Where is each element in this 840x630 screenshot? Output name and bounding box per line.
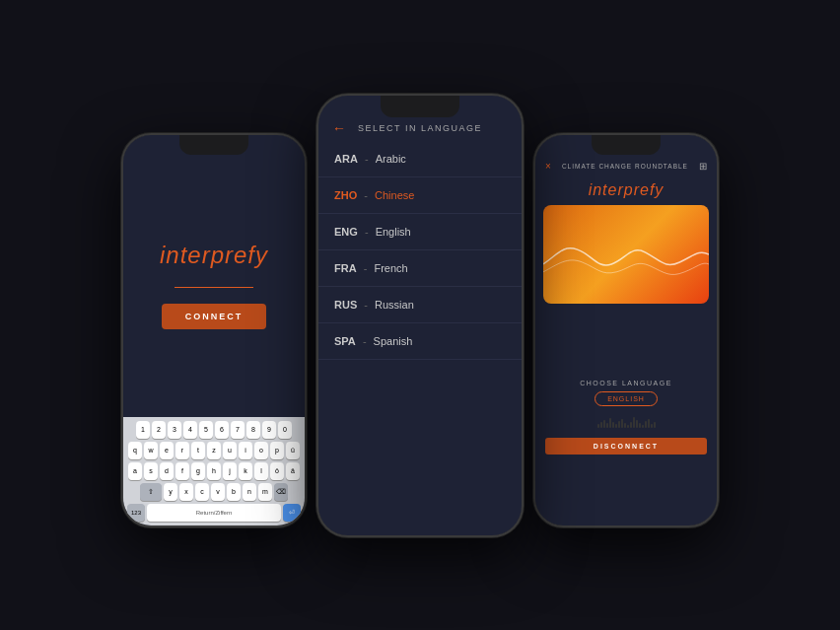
kb-key-3[interactable]: 3 <box>168 421 181 439</box>
brand-logo-right: interprefy <box>535 177 717 205</box>
kb-key-o[interactable]: o <box>254 442 268 459</box>
phone-language-select: ← SELECT IN LANGUAGE ARA - Arabic ZHO - … <box>316 94 524 537</box>
lang-item-eng[interactable]: ENG - English <box>318 214 522 250</box>
audio-bar-17 <box>645 421 647 428</box>
player-screen: × CLIMATE CHANGE ROUNDTABLE ⊞ interprefy… <box>535 135 717 525</box>
kb-key-n[interactable]: n <box>243 483 256 501</box>
waveform-svg <box>543 235 709 284</box>
kb-key-v[interactable]: v <box>211 483 225 501</box>
kb-bottom-row: 123 Return/Ziffern ⏎ <box>125 504 303 522</box>
audio-level-bars <box>545 414 707 428</box>
kb-key-r[interactable]: r <box>175 442 189 459</box>
waveform-display <box>543 205 709 304</box>
kb-key-ae[interactable]: ä <box>286 462 300 480</box>
lang-item-rus[interactable]: RUS - Russian <box>318 287 522 323</box>
audio-bar-16 <box>642 425 644 428</box>
kb-key-b[interactable]: b <box>227 483 241 501</box>
kb-key-y[interactable]: y <box>164 483 177 501</box>
main-scene: interprefy CONNECT 1 2 3 4 5 6 7 8 9 0 <box>0 0 840 630</box>
kb-key-s[interactable]: s <box>144 462 158 480</box>
kb-key-q[interactable]: q <box>128 442 142 459</box>
back-arrow-icon[interactable]: ← <box>332 120 346 136</box>
notch-center <box>381 96 459 117</box>
lang-name-eng: English <box>376 226 411 238</box>
audio-bar-1 <box>597 424 599 428</box>
kb-key-1[interactable]: 1 <box>136 421 150 439</box>
kb-key-l[interactable]: l <box>254 462 268 480</box>
kb-num-key[interactable]: 123 <box>127 504 145 522</box>
audio-bar-15 <box>639 423 641 428</box>
notch-right <box>592 135 661 155</box>
lang-code-eng: ENG <box>334 226 358 238</box>
lang-code-fra: FRA <box>334 262 357 274</box>
kb-key-p[interactable]: p <box>270 442 284 459</box>
kb-backspace-key[interactable]: ⌫ <box>274 483 288 501</box>
lang-code-ara: ARA <box>334 153 358 165</box>
kb-key-8[interactable]: 8 <box>246 421 260 439</box>
session-title: CLIMATE CHANGE ROUNDTABLE <box>562 163 688 170</box>
audio-bar-2 <box>600 422 602 428</box>
more-icon[interactable]: ⊞ <box>699 161 707 172</box>
audio-bar-20 <box>654 422 656 428</box>
kb-row-asdf: a s d f g h j k l ö ä <box>125 462 303 480</box>
brand-logo-left: interprefy <box>160 242 268 269</box>
kb-key-2[interactable]: 2 <box>152 421 166 439</box>
login-underline <box>175 287 253 288</box>
audio-bar-13 <box>633 417 635 428</box>
player-bottom: CHOOSE LANGUAGE ENGLISH <box>535 310 717 525</box>
kb-key-c[interactable]: c <box>195 483 209 501</box>
kb-key-h[interactable]: h <box>207 462 221 480</box>
phone-player: × CLIMATE CHANGE ROUNDTABLE ⊞ interprefy… <box>533 133 719 527</box>
kb-key-0[interactable]: 0 <box>278 421 292 439</box>
current-language-pill[interactable]: ENGLISH <box>595 391 658 406</box>
lang-item-fra[interactable]: FRA - French <box>318 250 522 287</box>
audio-bar-6 <box>612 422 614 428</box>
kb-key-f[interactable]: f <box>175 462 189 480</box>
disconnect-button[interactable]: DISCONNECT <box>545 438 707 455</box>
kb-key-4[interactable]: 4 <box>183 421 197 439</box>
kb-key-x[interactable]: x <box>179 483 193 501</box>
kb-key-z[interactable]: z <box>207 442 221 459</box>
audio-bar-10 <box>624 423 626 428</box>
lang-item-zho[interactable]: ZHO - Chinese <box>318 177 522 214</box>
connect-button[interactable]: CONNECT <box>162 304 267 329</box>
kb-key-a[interactable]: a <box>128 462 142 480</box>
kb-key-9[interactable]: 9 <box>262 421 276 439</box>
kb-key-k[interactable]: k <box>239 462 252 480</box>
audio-bar-18 <box>648 419 650 428</box>
kb-key-ue[interactable]: ü <box>286 442 300 459</box>
kb-key-e[interactable]: e <box>160 442 174 459</box>
lang-name-fra: French <box>374 262 407 274</box>
lang-item-spa[interactable]: SPA - Spanish <box>318 323 522 360</box>
audio-bar-7 <box>615 424 617 428</box>
lang-item-ara[interactable]: ARA - Arabic <box>318 141 522 177</box>
lang-code-spa: SPA <box>334 335 356 347</box>
language-select-screen: ← SELECT IN LANGUAGE ARA - Arabic ZHO - … <box>318 96 522 535</box>
close-icon[interactable]: × <box>545 161 551 172</box>
kb-key-5[interactable]: 5 <box>199 421 213 439</box>
audio-bar-9 <box>621 419 623 428</box>
lang-name-spa: Spanish <box>374 335 413 347</box>
screen-title: SELECT IN LANGUAGE <box>358 123 482 133</box>
kb-key-7[interactable]: 7 <box>231 421 245 439</box>
kb-key-i[interactable]: i <box>239 442 252 459</box>
kb-key-g[interactable]: g <box>191 462 205 480</box>
keyboard: 1 2 3 4 5 6 7 8 9 0 q w e r t z <box>123 417 305 525</box>
kb-key-j[interactable]: j <box>223 462 237 480</box>
kb-shift-key[interactable]: ⇧ <box>140 483 162 501</box>
kb-return-key[interactable]: ⏎ <box>283 504 301 522</box>
audio-bar-19 <box>651 424 653 428</box>
kb-key-d[interactable]: d <box>160 462 174 480</box>
kb-key-m[interactable]: m <box>258 483 272 501</box>
kb-key-u[interactable]: u <box>223 442 237 459</box>
kb-key-t[interactable]: t <box>191 442 205 459</box>
kb-spacebar[interactable]: Return/Ziffern <box>147 504 281 522</box>
kb-key-oe[interactable]: ö <box>270 462 284 480</box>
kb-key-w[interactable]: w <box>144 442 158 459</box>
language-list: ARA - Arabic ZHO - Chinese ENG - English… <box>318 141 522 535</box>
audio-bar-11 <box>627 425 629 428</box>
kb-key-6[interactable]: 6 <box>215 421 229 439</box>
lang-name-rus: Russian <box>375 299 414 311</box>
login-screen: interprefy CONNECT 1 2 3 4 5 6 7 8 9 0 <box>123 135 305 525</box>
audio-bar-8 <box>618 421 620 428</box>
